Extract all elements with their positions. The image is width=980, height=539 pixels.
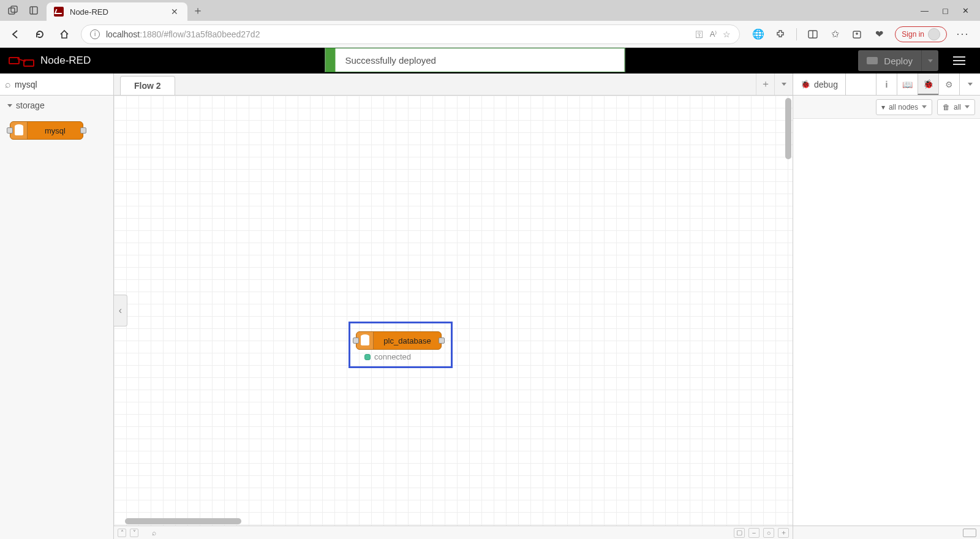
app-name: Node-RED [40, 55, 91, 67]
flow-node-status-text: connected [374, 352, 411, 361]
browser-workspaces-icon[interactable] [7, 5, 18, 16]
ext-ie-icon[interactable]: 🌐 [752, 28, 764, 40]
zoom-out-button[interactable]: − [748, 528, 760, 538]
window-controls: ― ◻ ✕ [910, 0, 980, 21]
nav-back-button[interactable] [7, 26, 23, 42]
separator [796, 28, 797, 40]
sidebar-config-icon[interactable]: ⚙ [938, 74, 959, 95]
node-input-port [7, 127, 13, 134]
debug-filter-label: all nodes [889, 103, 918, 111]
browser-tab-active[interactable]: Node-RED ✕ [47, 2, 187, 21]
sidebar-help-icon[interactable]: 📖 [897, 74, 918, 95]
flow-canvas[interactable]: plc_database connected ‹ [114, 96, 793, 526]
window-maximize-icon[interactable]: ◻ [942, 6, 949, 15]
extensions-icon[interactable] [774, 28, 786, 40]
app-header: Node-RED Successfully deployed Deploy [0, 48, 980, 74]
favorites-icon[interactable]: ✩ [829, 28, 841, 40]
svg-rect-1 [11, 6, 17, 12]
nav-refresh-button[interactable] [32, 26, 48, 42]
workspace: Flow 2 ＋ plc_database [114, 74, 793, 539]
flow-node-label: plc_database [374, 336, 441, 345]
app-logo[interactable]: Node-RED [9, 55, 91, 67]
footer-nav-down-icon[interactable]: ˅ [130, 529, 138, 537]
deploy-button[interactable]: Deploy [858, 50, 921, 71]
sidebar-debug-icon[interactable]: 🐞 [918, 74, 938, 95]
debug-clear-label: all [954, 103, 961, 111]
window-minimize-icon[interactable]: ― [921, 6, 929, 15]
url-key-icon[interactable]: ⚿ [695, 29, 704, 39]
debug-filter-button[interactable]: ▾ all nodes [876, 99, 932, 115]
trash-icon: 🗑 [943, 103, 950, 111]
nodered-favicon-icon [54, 7, 64, 17]
url-text: localhost:1880/#flow/31a5f8a0beed27d2 [106, 29, 689, 39]
zoom-reset-button[interactable]: ○ [763, 528, 774, 538]
browser-tabactions-icon[interactable] [28, 5, 39, 16]
flow-tabs: Flow 2 ＋ [114, 74, 793, 96]
sidebar-more-icon[interactable] [959, 74, 980, 95]
sidebar-footer [793, 526, 980, 539]
read-aloud-icon[interactable]: A⁾ [710, 29, 717, 39]
footer-search-icon[interactable]: ⌕ [152, 529, 156, 537]
svg-rect-0 [9, 8, 15, 14]
debug-message-list [793, 119, 980, 539]
bug-icon: 🐞 [801, 80, 810, 89]
flow-node-plc-database[interactable]: plc_database [356, 331, 442, 350]
sidebar-popout-icon[interactable] [963, 529, 976, 537]
search-icon: ⌕ [5, 79, 11, 90]
signin-label: Sign in [902, 30, 924, 39]
sidebar-tab-debug[interactable]: 🐞 debug [793, 74, 846, 95]
palette-category-label: storage [16, 100, 45, 110]
canvas-scrollbar-vertical[interactable] [785, 98, 791, 159]
footer-nav-up-icon[interactable]: ˄ [118, 529, 126, 537]
browser-tab-title: Node-RED [70, 7, 163, 17]
navigator-icon[interactable]: ▢ [734, 528, 745, 538]
flow-node-status: connected [364, 352, 411, 361]
palette-node-label: mysql [28, 126, 83, 135]
sidebar-tab-label: debug [814, 80, 838, 89]
nodered-logo-icon [9, 55, 34, 66]
status-dot-icon [364, 354, 371, 360]
flow-tab-active[interactable]: Flow 2 [120, 76, 175, 95]
flow-tab-label: Flow 2 [134, 81, 161, 91]
node-output-port[interactable] [439, 337, 445, 344]
palette-node-mysql[interactable]: mysql [10, 121, 83, 140]
window-close-icon[interactable]: ✕ [962, 6, 969, 15]
nav-home-button[interactable] [56, 26, 72, 42]
deploy-label: Deploy [884, 56, 913, 66]
tab-close-icon[interactable]: ✕ [169, 7, 180, 17]
add-flow-button[interactable]: ＋ [756, 74, 774, 95]
deploy-toast: Successfully deployed [325, 48, 625, 72]
new-tab-button[interactable]: ＋ [187, 0, 208, 21]
deploy-icon [867, 57, 878, 64]
signin-button[interactable]: Sign in [895, 26, 947, 42]
toast-message: Successfully deployed [336, 55, 446, 66]
palette-panel: ⌕ ✕ storage mysql [0, 74, 114, 539]
node-output-port [80, 127, 86, 134]
flow-list-button[interactable] [774, 74, 793, 95]
palette-category-storage[interactable]: storage [0, 96, 113, 115]
filter-icon: ▾ [881, 103, 885, 111]
palette-search: ⌕ ✕ [0, 74, 113, 96]
split-screen-icon[interactable] [807, 28, 819, 40]
canvas-scrollbar-horizontal[interactable] [125, 518, 241, 524]
main-menu-button[interactable] [947, 50, 971, 71]
deploy-menu-button[interactable] [921, 50, 938, 71]
node-input-port[interactable] [353, 337, 359, 344]
toast-accent [326, 48, 336, 72]
browser-heart-icon[interactable]: ❤ [873, 28, 885, 40]
database-icon [356, 332, 374, 349]
chevron-down-icon [922, 105, 927, 108]
favorite-star-icon[interactable]: ☆ [723, 29, 731, 39]
palette-search-input[interactable] [15, 80, 122, 89]
zoom-in-button[interactable]: ＋ [778, 528, 789, 538]
palette-collapse-handle[interactable]: ‹ [114, 295, 127, 326]
browser-more-icon[interactable]: ··· [957, 28, 969, 40]
browser-titlebar: Node-RED ✕ ＋ ― ◻ ✕ [0, 0, 980, 21]
sidebar-info-icon[interactable]: i [876, 74, 897, 95]
url-input[interactable]: i localhost:1880/#flow/31a5f8a0beed27d2 … [81, 24, 740, 44]
debug-clear-button[interactable]: 🗑 all [937, 99, 975, 115]
collections-icon[interactable] [851, 28, 863, 40]
site-info-icon[interactable]: i [90, 29, 100, 39]
database-icon [10, 122, 28, 139]
chevron-down-icon [965, 105, 970, 108]
